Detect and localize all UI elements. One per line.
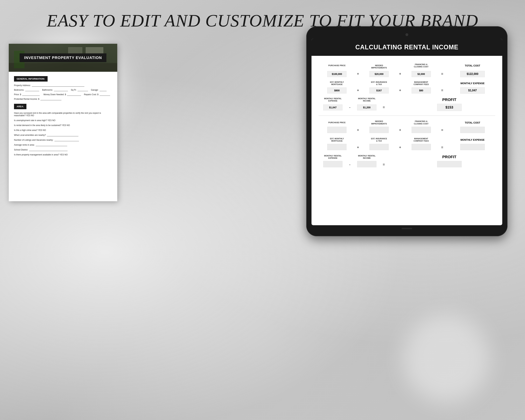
- area-q7: Average rents in area:: [14, 144, 112, 146]
- monthly-expense-value-1: $1,047: [450, 87, 495, 94]
- area-q8: School District:: [14, 149, 112, 151]
- screen-title: CALCULATING RENTAL INCOME: [311, 39, 502, 56]
- purchase-price-empty-2: [319, 126, 355, 134]
- improvements-empty-2: [361, 126, 397, 134]
- expense-label-1: MONTHLY RENTALEXPENSE: [319, 97, 347, 103]
- calc-table-4: PURCHASE PRICE NEEDEDIMPROVEMENTS FINANC…: [319, 119, 495, 135]
- mgmt-value-1: $80: [403, 87, 439, 94]
- calc-table-3: MONTHLY RENTALEXPENSE MONTHLY RENTALINCO…: [319, 96, 495, 112]
- mortgage-value-1: $800: [319, 87, 355, 94]
- monthly-expense-label-2: MONTHLY EXPENSE: [450, 137, 495, 143]
- income-value-1: $1,200: [353, 103, 381, 112]
- area-q5: What Local amenities are nearby?: [14, 134, 112, 136]
- total-cost-empty-2: [450, 126, 495, 134]
- section-divider: [319, 115, 495, 116]
- profit-value-1: $153: [404, 103, 495, 112]
- plus-op-2: +: [397, 70, 403, 78]
- area-header: AREA:: [14, 104, 27, 109]
- mortgage-label-1: EST. MONTHLYMORTGAGE: [319, 80, 355, 86]
- general-info-header: GENERAL INFORMATION:: [14, 76, 47, 82]
- tablet-camera: [405, 33, 408, 36]
- calc-table-5: EST. MONTHLYMORTGAGE EST. INSURANCE& TAX…: [319, 137, 495, 152]
- purchase-price-label-1: PURCHASE PRICE: [319, 61, 355, 70]
- mgmt-empty-2: [403, 143, 439, 151]
- doc-body: GENERAL INFORMATION: Property Address: B…: [9, 72, 117, 163]
- tablet-home-button: [402, 228, 412, 229]
- area-q4: Is this a high crime area? YES NO: [14, 129, 112, 131]
- area-q3: Is rental demand in the area likely to b…: [14, 124, 112, 127]
- financing-label-2: FINANCING &CLOSING COST: [403, 120, 439, 125]
- purchase-price-label-2: PURCHASE PRICE: [319, 120, 355, 125]
- screen-content: PURCHASE PRICE NEEDEDIMPROVEMENTS FINANC…: [311, 56, 502, 225]
- mgmt-label-1: MANAGEMENTCOMPANY FEES: [403, 80, 439, 86]
- left-document: INVESTMENT PROPERTY EVALUATION GENERAL I…: [9, 44, 117, 201]
- expense-value-1: $1,047: [319, 103, 347, 112]
- area-q6: Number of Listings and Vacancies nearby:: [14, 139, 112, 141]
- total-cost-label-2: TOTAL COST: [450, 120, 495, 125]
- mortgage-label-2: EST. MONTHLYMORTGAGE: [319, 137, 355, 143]
- doc-title: INVESTMENT PROPERTY EVALUATION: [19, 53, 106, 62]
- financing-empty-2: [403, 126, 439, 134]
- area-q1: Have you surveyed rent in the area with …: [14, 112, 112, 117]
- insurance-empty-2: [361, 143, 397, 151]
- tablet-outer: CALCULATING RENTAL INCOME PURCHASE PRICE…: [306, 26, 507, 236]
- income-label-1: MONTHLY RENTALINCOME: [353, 97, 381, 103]
- purchase-price-value-1: $100,000: [319, 70, 355, 78]
- plus-op-1: +: [356, 70, 361, 78]
- improvements-label-1: NEEDEDIMPROVEMENTS: [361, 61, 397, 70]
- insurance-value-1: $167: [361, 87, 397, 94]
- bedrooms-row: Bedrooms: Bathrooms: Sq Ft: Garage:: [14, 89, 112, 91]
- income-empty-2: [353, 160, 381, 169]
- expense-empty-2: [319, 160, 347, 169]
- financing-label-1: FINANCING &CLOSING COST: [403, 61, 439, 70]
- improvements-value-1: $20,000: [361, 70, 397, 78]
- monthly-expense-empty-2: [450, 143, 495, 151]
- profit-label-1: PROFIT: [404, 97, 495, 103]
- calc-table-2: EST. MONTHLYMORTGAGE EST. INSURANCE& TAX…: [319, 80, 495, 95]
- tablet-screen: CALCULATING RENTAL INCOME PURCHASE PRICE…: [311, 39, 502, 225]
- profit-label-2: PROFIT: [404, 154, 495, 160]
- rental-income-row: Protential Rental Income: $: [14, 98, 112, 100]
- income-label-2: MONTHLY RENTALINCOME: [353, 154, 381, 160]
- tablet-container: CALCULATING RENTAL INCOME PURCHASE PRICE…: [306, 26, 507, 236]
- area-q9: Is there property management available i…: [14, 153, 112, 156]
- equals-op-1: =: [440, 70, 445, 78]
- total-cost-label-1: TOTAL COST: [450, 61, 495, 70]
- improvements-label-2: NEEDEDIMPROVEMENTS: [361, 120, 397, 125]
- insurance-label-2: EST. INSURANCE& TAX: [361, 137, 397, 143]
- calc-table-1: PURCHASE PRICE NEEDEDIMPROVEMENTS FINANC…: [319, 61, 495, 78]
- total-cost-value-1: $122,000: [450, 70, 495, 78]
- calc-table-6: MONTHLY RENTALEXPENSE MONTHLY RENTALINCO…: [319, 154, 495, 169]
- financing-value-1: $2,000: [403, 70, 439, 78]
- expense-label-2: MONTHLY RENTALEXPENSE: [319, 154, 347, 160]
- doc-header-image: INVESTMENT PROPERTY EVALUATION: [9, 44, 117, 72]
- price-row: Price: $ Money Down Needed: $ Repairs Co…: [14, 93, 112, 96]
- property-address-row: Property Address:: [14, 84, 112, 87]
- monthly-expense-label-1: MONTHLY EXPENSE: [450, 80, 495, 86]
- mgmt-label-2: MANAGEMENTCOMPANY FEES: [403, 137, 439, 143]
- profit-empty-2: [404, 160, 495, 169]
- area-q2: Is unemployment rate in area high? YES N…: [14, 119, 112, 122]
- insurance-label-1: EST. INSURANCE& TAX: [361, 80, 397, 86]
- mortgage-empty-2: [319, 143, 355, 151]
- bg-blob-2: [403, 315, 490, 402]
